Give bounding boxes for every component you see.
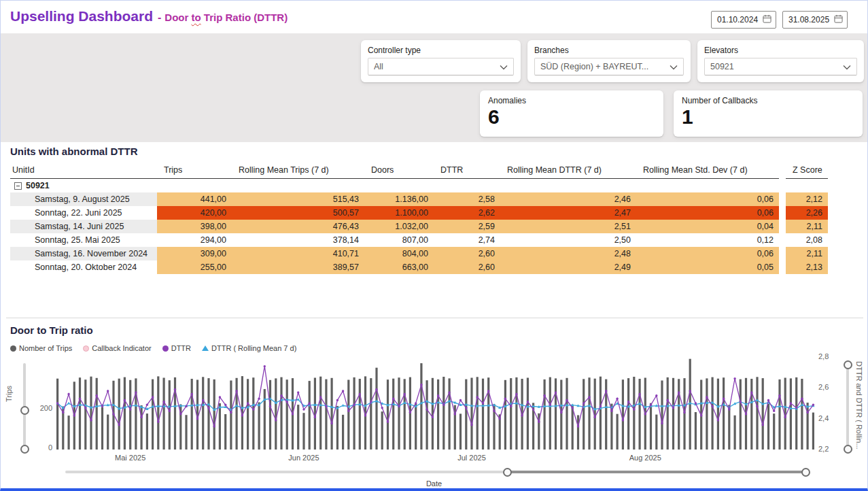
cell-doors: 804,00 <box>364 247 434 260</box>
page-title: Upselling Dashboard <box>10 8 153 24</box>
cell-trips: 309,00 <box>157 247 232 260</box>
x-axis-tick: Jul 2025 <box>451 454 492 462</box>
table-row[interactable]: Sonntag, 25. Mai 2025 294,00 378,14 807,… <box>10 233 828 247</box>
row-date: Samstag, 14. Juni 2025 <box>10 220 157 233</box>
legend-item-dttr-rolling[interactable]: DTTR ( Rolling Mean 7 d) <box>202 344 296 352</box>
column-header-rolling-std[interactable]: Rolling Mean Std. Dev (7 d) <box>636 165 779 179</box>
controller-type-dropdown[interactable]: All <box>368 58 514 75</box>
date-from-input[interactable]: 01.10.2024 <box>711 11 776 29</box>
dashboard-page: Upselling Dashboard-Door to Trip Ratio (… <box>0 0 868 491</box>
table-header-row: UnitId Trips Rolling Mean Trips (7 d) Do… <box>10 163 828 179</box>
cell-spacer <box>779 220 786 233</box>
legend-label: DTTR ( Rolling Mean 7 d) <box>211 344 296 352</box>
x-axis-tick: Jun 2025 <box>283 454 324 462</box>
group-cell: 50921 <box>10 179 157 192</box>
cell-rolling-std: 0,04 <box>636 220 779 233</box>
cell-doors: 807,00 <box>364 233 434 247</box>
chevron-down-icon <box>500 61 508 73</box>
cell-zscore: 2,11 <box>786 247 828 260</box>
x-axis-tick: Aug 2025 <box>625 454 665 462</box>
left-axis-slider-handle-bottom[interactable] <box>20 445 29 454</box>
legend-item-dttr[interactable]: DTTR <box>162 344 191 352</box>
callbacks-kpi-card: Number of Callbacks 1 <box>674 90 863 137</box>
legend-item-callback[interactable]: Callback Indicator <box>83 344 151 352</box>
cell-spacer <box>779 206 786 220</box>
column-header-doors[interactable]: Doors <box>364 165 434 179</box>
cell-zscore: 2,12 <box>786 192 828 206</box>
column-header-rolling-trips[interactable]: Rolling Mean Trips (7 d) <box>232 165 364 179</box>
subtitle-to: to <box>192 12 201 23</box>
branches-dropdown[interactable]: SÜD (Region) + BAYREUT... <box>534 58 684 75</box>
cell-rolling-dttr: 2,47 <box>500 206 636 220</box>
table-row[interactable]: Sonntag, 20. Oktober 2024 255,00 389,57 … <box>10 260 828 274</box>
cell-rolling-dttr: 2,49 <box>500 260 636 274</box>
right-axis-slider-handle-top[interactable] <box>844 360 852 369</box>
header: Upselling Dashboard-Door to Trip Ratio (… <box>1 1 867 33</box>
rolling-mean-marker-icon <box>202 345 209 351</box>
controller-type-card: Controller type All <box>361 40 521 82</box>
y-axis-label-right: DTTR and DTTR ( Rollin... <box>855 361 863 451</box>
calendar-icon[interactable] <box>763 14 771 26</box>
section-divider <box>6 318 863 318</box>
cell-doors: 1.032,00 <box>364 220 434 233</box>
cell-trips: 255,00 <box>157 260 232 274</box>
dropdown-value: 50921 <box>710 62 734 71</box>
title-separator: - <box>158 12 161 23</box>
column-header-dttr[interactable]: DTTR <box>434 165 500 179</box>
kpi-value-anomalies: 6 <box>480 105 663 127</box>
right-axis-slider-handle-bottom[interactable] <box>844 445 852 454</box>
row-date: Samstag, 16. November 2024 <box>10 247 157 260</box>
table-row[interactable]: Samstag, 16. November 2024 309,00 410,71… <box>10 247 828 260</box>
table-row[interactable]: Samstag, 14. Juni 2025 398,00 476,43 1.0… <box>10 220 828 233</box>
cell-rolling-trips: 389,57 <box>232 260 364 274</box>
cell-spacer <box>779 260 786 274</box>
legend-item-trips[interactable]: Nomber of Trips <box>10 344 72 352</box>
filter-label-controller-type: Controller type <box>361 40 521 58</box>
subtitle-pre: Door <box>164 12 191 23</box>
elevators-dropdown[interactable]: 50921 <box>704 58 857 75</box>
cell-zscore: 2,26 <box>786 206 828 220</box>
left-axis-slider-handle-top[interactable] <box>20 406 29 415</box>
row-date: Sonntag, 25. Mai 2025 <box>10 233 157 247</box>
abnormal-dttr-table: UnitId Trips Rolling Mean Trips (7 d) Do… <box>10 163 828 274</box>
column-header-rolling-dttr[interactable]: Rolling Mean DTTR (7 d) <box>500 165 636 179</box>
y-axis-tick-right: 2,8 <box>818 352 839 360</box>
y-axis-tick-right: 2,2 <box>818 445 839 453</box>
column-header-trips[interactable]: Trips <box>157 165 232 179</box>
date-to-input[interactable]: 31.08.2025 <box>782 11 848 29</box>
callback-marker-icon <box>83 345 89 352</box>
cell-rolling-trips: 500,57 <box>232 206 364 220</box>
table-row[interactable]: Samstag, 9. August 2025 441,00 515,43 1.… <box>10 192 828 206</box>
cell-zscore: 2,08 <box>786 233 828 247</box>
right-axis-slider-track[interactable] <box>846 363 849 452</box>
x-axis-title: Date <box>1 479 867 488</box>
elevators-card: Elevators 50921 <box>697 40 864 82</box>
row-date: Samstag, 9. August 2025 <box>10 192 157 206</box>
legend-label: Nomber of Trips <box>19 344 72 352</box>
x-axis-tick: Mai 2025 <box>110 454 151 462</box>
filter-label-branches: Branches <box>527 40 691 58</box>
date-range-slider-active[interactable] <box>507 471 805 473</box>
table-group-row[interactable]: 50921 <box>10 179 828 192</box>
row-date: Sonntag, 20. Oktober 2024 <box>10 260 157 274</box>
y-axis-tick: 200 <box>33 404 52 412</box>
cell-zscore: 2,11 <box>786 220 828 233</box>
date-range-slider-handle-left[interactable] <box>503 468 512 477</box>
chart-title: Door to Trip ratio <box>10 324 93 336</box>
date-to-value: 31.08.2025 <box>788 15 829 24</box>
kpi-label-callbacks: Number of Callbacks <box>674 90 863 105</box>
cell-dttr: 2,58 <box>434 192 500 206</box>
dttr-chart-plot[interactable] <box>55 357 816 450</box>
subtitle-post: Trip Ratio (DTTR) <box>201 12 288 23</box>
date-range-slider-handle-right[interactable] <box>801 468 810 477</box>
collapse-icon[interactable] <box>14 182 22 190</box>
cell-rolling-trips: 378,14 <box>232 233 364 247</box>
chart-legend: Nomber of Trips Callback Indicator DTTR … <box>10 344 296 352</box>
table-row[interactable]: Sonntag, 22. Juni 2025 420,00 500,57 1.1… <box>10 206 828 220</box>
legend-label: Callback Indicator <box>92 344 151 352</box>
column-header-unitid[interactable]: UnitId <box>10 165 157 179</box>
chevron-down-icon <box>670 61 678 73</box>
dttr-marker-icon <box>162 345 169 352</box>
column-header-zscore[interactable]: Z Score <box>786 165 828 179</box>
calendar-icon[interactable] <box>834 14 843 26</box>
